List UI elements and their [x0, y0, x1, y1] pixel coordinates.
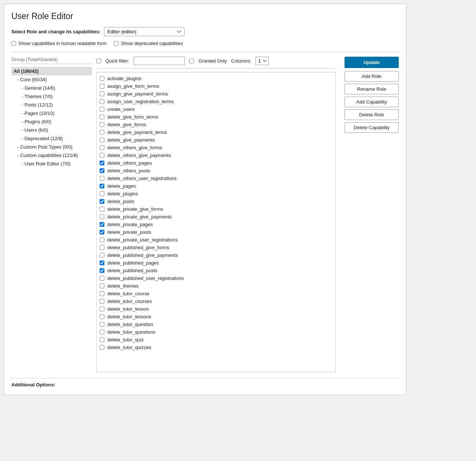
capability-label-delete_tutor_quizzes[interactable]: delete_tutor_quizzes: [107, 345, 151, 350]
sidebar-item-plugins[interactable]: - Plugins (6/0): [11, 117, 92, 126]
sidebar-item-deprecated[interactable]: - Deprecated (12/8): [11, 134, 92, 143]
rename-role-button[interactable]: Rename Role: [345, 84, 399, 94]
capability-label-delete_others_user_registrations[interactable]: delete_others_user_registrations: [107, 176, 176, 181]
capability-checkbox-delete_others_posts[interactable]: [100, 168, 104, 173]
capability-label-delete_others_pages[interactable]: delete_others_pages: [107, 160, 152, 166]
capability-checkbox-delete_tutor_lessons[interactable]: [100, 314, 104, 319]
sidebar-item-custom_capabilities[interactable]: - Custom capabilities (121/8): [11, 151, 92, 160]
capability-label-delete_tutor_quiz[interactable]: delete_tutor_quiz: [107, 337, 144, 342]
capability-label-delete_give_payment_terms[interactable]: delete_give_payment_terms: [107, 130, 167, 135]
capability-checkbox-delete_others_pages[interactable]: [100, 161, 104, 165]
sidebar-item-custom_post_types[interactable]: - Custom Post Types (0/0): [11, 143, 92, 151]
capability-label-delete_published_user_registrations[interactable]: delete_published_user_registrations: [107, 276, 184, 281]
human-readable-label[interactable]: Show capabilities in human readable form: [18, 41, 107, 46]
sidebar-item-all[interactable]: All (186/42): [11, 67, 92, 75]
capability-checkbox-assign_user_registration_terms[interactable]: [100, 99, 104, 104]
sidebar-item-themes[interactable]: - Themes (7/0): [11, 92, 92, 101]
delete-role-button[interactable]: Delete Role: [345, 109, 399, 120]
granted-only-checkbox[interactable]: [189, 59, 194, 63]
capability-checkbox-delete_tutor_question[interactable]: [100, 322, 104, 327]
capability-checkbox-delete_plugins[interactable]: [100, 191, 104, 196]
capability-checkbox-delete_published_give_forms[interactable]: [100, 245, 104, 250]
deprecated-label[interactable]: Show deprecated capabilities: [121, 41, 183, 46]
capability-checkbox-delete_others_user_registrations[interactable]: [100, 176, 104, 181]
capability-label-delete_give_form_terms[interactable]: delete_give_form_terms: [107, 114, 158, 120]
capability-label-delete_others_give_forms[interactable]: delete_others_give_forms: [107, 145, 162, 150]
capability-checkbox-delete_published_user_registrations[interactable]: [100, 276, 104, 281]
capability-checkbox-delete_tutor_quizzes[interactable]: [100, 345, 104, 350]
sidebar-item-posts[interactable]: - Posts (12/12): [11, 101, 92, 109]
sidebar-item-general[interactable]: - General (14/6): [11, 84, 92, 92]
sidebar-item-user_role_editor[interactable]: - User Role Editor (7/0): [11, 160, 92, 168]
capability-label-delete_give_forms[interactable]: delete_give_forms: [107, 122, 146, 127]
capability-label-create_users[interactable]: create_users: [107, 106, 135, 112]
capability-checkbox-delete_give_form_terms[interactable]: [100, 115, 104, 119]
capability-checkbox-delete_give_payment_terms[interactable]: [100, 130, 104, 135]
capability-checkbox-delete_tutor_questions[interactable]: [100, 330, 104, 334]
capability-label-assign_user_registration_terms[interactable]: assign_user_registration_terms: [107, 99, 174, 104]
capability-checkbox-delete_private_pages[interactable]: [100, 222, 104, 227]
capability-label-delete_others_posts[interactable]: delete_others_posts: [107, 168, 150, 173]
capability-label-delete_tutor_question[interactable]: delete_tutor_question: [107, 322, 153, 327]
capability-label-delete_tutor_lessons[interactable]: delete_tutor_lessons: [107, 314, 151, 319]
capability-label-delete_tutor_lesson[interactable]: delete_tutor_lesson: [107, 306, 149, 312]
capability-checkbox-delete_published_give_payments[interactable]: [100, 253, 104, 258]
capability-label-delete_published_give_payments[interactable]: delete_published_give_payments: [107, 252, 178, 258]
add-capability-button[interactable]: Add Capability: [345, 97, 399, 107]
select-all-checkbox[interactable]: [96, 59, 101, 63]
quick-filter-input[interactable]: [134, 57, 185, 65]
capability-checkbox-delete_tutor_course[interactable]: [100, 291, 104, 296]
capability-label-assign_give_payment_terms[interactable]: assign_give_payment_terms: [107, 91, 168, 97]
update-button[interactable]: Update: [345, 57, 399, 68]
capability-label-delete_tutor_questions[interactable]: delete_tutor_questions: [107, 329, 156, 335]
granted-only-label[interactable]: Granted Only: [198, 58, 227, 64]
capability-label-activate_plugins[interactable]: activate_plugins: [107, 76, 141, 81]
capability-label-delete_posts[interactable]: delete_posts: [107, 199, 134, 204]
capability-label-delete_others_give_payments[interactable]: delete_others_give_payments: [107, 153, 171, 158]
capability-label-delete_themes[interactable]: delete_themes: [107, 283, 138, 289]
capability-checkbox-delete_give_payments[interactable]: [100, 138, 104, 142]
capability-label-delete_pages[interactable]: delete_pages: [107, 183, 136, 189]
capability-label-delete_tutor_course[interactable]: delete_tutor_course: [107, 291, 149, 296]
sidebar-item-core[interactable]: - Core (65/34): [11, 75, 92, 84]
capability-label-delete_private_give_forms[interactable]: delete_private_give_forms: [107, 206, 163, 212]
capability-label-delete_private_posts[interactable]: delete_private_posts: [107, 229, 151, 235]
role-select[interactable]: Editor (editor)AdministratorAuthorContri…: [104, 27, 185, 36]
capability-checkbox-delete_private_give_forms[interactable]: [100, 207, 104, 211]
capability-checkbox-delete_tutor_lesson[interactable]: [100, 307, 104, 311]
capability-label-delete_private_give_payments[interactable]: delete_private_give_payments: [107, 214, 172, 220]
capability-label-delete_give_payments[interactable]: delete_give_payments: [107, 137, 155, 143]
capability-checkbox-delete_pages[interactable]: [100, 184, 104, 188]
capability-checkbox-delete_published_posts[interactable]: [100, 268, 104, 273]
capability-checkbox-delete_private_give_payments[interactable]: [100, 214, 104, 219]
delete-capability-button[interactable]: Delete Capability: [345, 122, 399, 133]
sidebar-item-users[interactable]: - Users (6/0): [11, 126, 92, 134]
capability-checkbox-delete_posts[interactable]: [100, 199, 104, 204]
capability-checkbox-delete_themes[interactable]: [100, 284, 104, 288]
capability-label-delete_tutor_courses[interactable]: delete_tutor_courses: [107, 299, 152, 304]
capability-checkbox-delete_give_forms[interactable]: [100, 122, 104, 127]
capability-checkbox-delete_others_give_forms[interactable]: [100, 145, 104, 150]
capability-checkbox-delete_published_pages[interactable]: [100, 261, 104, 265]
capability-label-delete_private_pages[interactable]: delete_private_pages: [107, 222, 153, 227]
human-readable-checkbox[interactable]: [11, 41, 16, 46]
capability-checkbox-delete_tutor_courses[interactable]: [100, 299, 104, 304]
capability-label-delete_private_user_registrations[interactable]: delete_private_user_registrations: [107, 237, 178, 243]
capability-label-delete_published_give_forms[interactable]: delete_published_give_forms: [107, 245, 169, 250]
deprecated-checkbox[interactable]: [114, 41, 119, 46]
capability-label-delete_published_pages[interactable]: delete_published_pages: [107, 260, 159, 266]
capability-label-delete_published_posts[interactable]: delete_published_posts: [107, 268, 157, 273]
capability-checkbox-create_users[interactable]: [100, 107, 104, 112]
capability-checkbox-activate_plugins[interactable]: [100, 76, 104, 81]
capability-checkbox-delete_private_user_registrations[interactable]: [100, 237, 104, 242]
capability-label-delete_plugins[interactable]: delete_plugins: [107, 191, 138, 196]
capability-checkbox-delete_others_give_payments[interactable]: [100, 153, 104, 158]
capability-checkbox-assign_give_form_terms[interactable]: [100, 84, 104, 89]
capability-checkbox-assign_give_payment_terms[interactable]: [100, 91, 104, 96]
add-role-button[interactable]: Add Role: [345, 71, 399, 82]
capability-checkbox-delete_private_posts[interactable]: [100, 230, 104, 235]
capability-checkbox-delete_tutor_quiz[interactable]: [100, 337, 104, 342]
sidebar-item-pages[interactable]: - Pages (10/10): [11, 109, 92, 117]
capability-label-assign_give_form_terms[interactable]: assign_give_form_terms: [107, 83, 159, 89]
columns-select[interactable]: 123: [256, 57, 269, 65]
